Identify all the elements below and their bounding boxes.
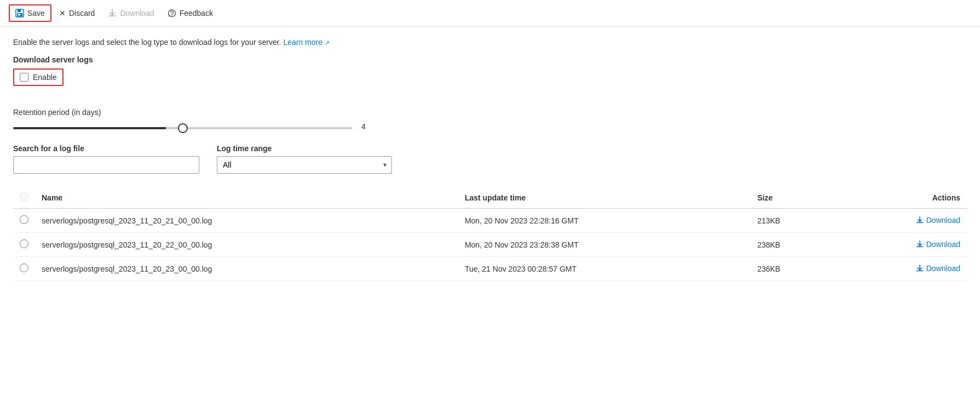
download-icon-0 xyxy=(916,216,924,224)
info-description: Enable the server logs and select the lo… xyxy=(13,38,967,47)
download-button-2[interactable]: Download xyxy=(916,264,960,273)
enable-checkbox[interactable] xyxy=(20,73,28,82)
table-cell-action-2: Download xyxy=(834,257,967,281)
toolbar: Save ✕ Discard Download Feedback xyxy=(0,0,980,27)
discard-button[interactable]: ✕ Discard xyxy=(54,5,100,21)
external-link-icon: ↗ xyxy=(325,39,330,46)
table-header-name: Name xyxy=(35,187,458,209)
save-button[interactable]: Save xyxy=(9,4,51,22)
log-time-range-select[interactable]: All Last 1 hour Last 6 hours Last 12 hou… xyxy=(217,156,392,174)
save-label: Save xyxy=(27,9,45,18)
retention-label: Retention period (in days) xyxy=(13,108,967,117)
search-filter-row: Search for a log file Log time range All… xyxy=(13,144,967,174)
table-header-last-update: Last update time xyxy=(458,187,751,209)
table-row: serverlogs/postgresql_2023_11_20_21_00_0… xyxy=(13,209,967,233)
retention-section: Retention period (in days) 4 xyxy=(13,108,967,131)
log-time-range-group: Log time range All Last 1 hour Last 6 ho… xyxy=(217,144,392,174)
log-time-range-label: Log time range xyxy=(217,144,392,153)
download-button-0[interactable]: Download xyxy=(916,216,960,225)
download-icon-2 xyxy=(916,265,924,272)
discard-icon: ✕ xyxy=(59,9,66,17)
search-input[interactable] xyxy=(13,156,199,174)
save-icon xyxy=(15,9,24,18)
log-time-range-wrapper: All Last 1 hour Last 6 hours Last 12 hou… xyxy=(217,156,392,174)
log-table: Name Last update time Size Actions serve… xyxy=(13,187,967,281)
section-download-label: Download server logs xyxy=(13,55,967,64)
retention-slider[interactable] xyxy=(13,127,353,129)
discard-label: Discard xyxy=(69,9,95,18)
table-cell-radio-1 xyxy=(13,233,35,257)
search-label: Search for a log file xyxy=(13,144,199,153)
table-row-radio-0[interactable] xyxy=(20,215,28,224)
enable-label: Enable xyxy=(33,73,57,82)
table-cell-name-1: serverlogs/postgresql_2023_11_20_22_00_0… xyxy=(35,233,458,257)
svg-rect-3 xyxy=(18,14,20,16)
table-cell-size-0: 213KB xyxy=(751,209,834,233)
table-cell-action-1: Download xyxy=(834,233,967,257)
download-icon-1 xyxy=(916,240,924,248)
retention-value: 4 xyxy=(361,122,372,131)
table-row: serverlogs/postgresql_2023_11_20_22_00_0… xyxy=(13,233,967,257)
download-toolbar-button[interactable]: Download xyxy=(102,5,159,21)
table-cell-radio-2 xyxy=(13,257,35,281)
download-button-1[interactable]: Download xyxy=(916,240,960,249)
table-cell-update-2: Tue, 21 Nov 2023 00:28:57 GMT xyxy=(458,257,751,281)
download-toolbar-label: Download xyxy=(120,9,154,18)
table-cell-size-2: 236KB xyxy=(751,257,834,281)
learn-more-link[interactable]: Learn more ↗ xyxy=(283,38,329,47)
slider-row: 4 xyxy=(13,122,967,131)
table-header: Name Last update time Size Actions xyxy=(13,187,967,209)
table-cell-name-2: serverlogs/postgresql_2023_11_20_23_00_0… xyxy=(35,257,458,281)
table-row-radio-1[interactable] xyxy=(20,239,28,248)
table-cell-name-0: serverlogs/postgresql_2023_11_20_21_00_0… xyxy=(35,209,458,233)
feedback-button[interactable]: Feedback xyxy=(162,5,218,21)
table-header-select xyxy=(13,187,35,209)
table-header-size: Size xyxy=(751,187,834,209)
svg-point-5 xyxy=(171,15,172,16)
slider-container xyxy=(13,122,353,131)
table-cell-radio-0 xyxy=(13,209,35,233)
table-header-actions: Actions xyxy=(834,187,967,209)
svg-rect-1 xyxy=(18,9,21,12)
feedback-icon xyxy=(168,9,176,18)
table-cell-action-0: Download xyxy=(834,209,967,233)
table-header-radio[interactable] xyxy=(20,192,28,201)
table-cell-update-0: Mon, 20 Nov 2023 22:28:16 GMT xyxy=(458,209,751,233)
table-row-radio-2[interactable] xyxy=(20,263,28,272)
enable-row[interactable]: Enable xyxy=(13,68,64,86)
search-field-group: Search for a log file xyxy=(13,144,199,174)
table-body: serverlogs/postgresql_2023_11_20_21_00_0… xyxy=(13,209,967,281)
table-row: serverlogs/postgresql_2023_11_20_23_00_0… xyxy=(13,257,967,281)
download-toolbar-icon xyxy=(108,9,117,18)
table-cell-size-1: 238KB xyxy=(751,233,834,257)
feedback-label: Feedback xyxy=(180,9,213,18)
table-cell-update-1: Mon, 20 Nov 2023 23:28:38 GMT xyxy=(458,233,751,257)
main-content: Enable the server logs and select the lo… xyxy=(0,27,980,292)
enable-container: Enable xyxy=(13,68,967,97)
